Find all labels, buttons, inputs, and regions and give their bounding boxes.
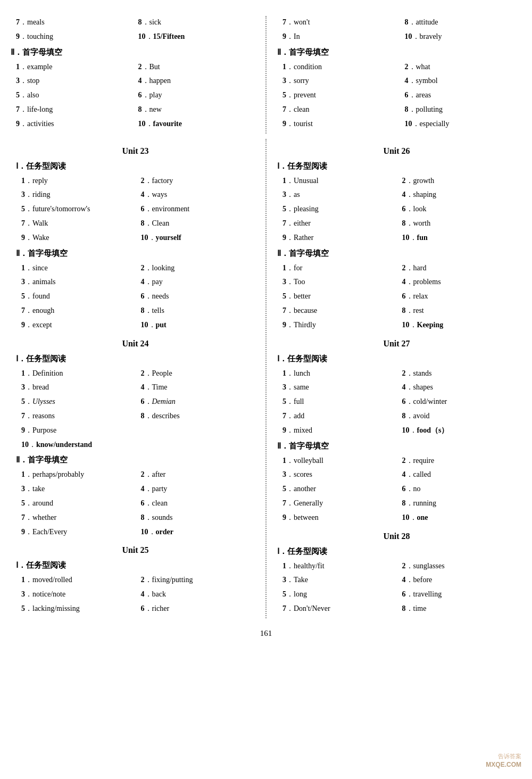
answer-item: 4．happen xyxy=(138,74,255,87)
answer-item: 10．favourite xyxy=(138,118,255,130)
answer-item: 7．Walk xyxy=(21,217,136,230)
answer-item: 4．before xyxy=(402,574,517,586)
answer-item: 10．order xyxy=(141,526,255,538)
answer-item: 9．Rather xyxy=(282,231,397,244)
answer-item: 7．add xyxy=(282,410,397,422)
answer-item: 6．richer xyxy=(141,602,255,615)
answer-item: 1．since xyxy=(21,262,136,275)
answer-item: 3．as xyxy=(282,188,397,201)
answer-item: 6．Demian xyxy=(141,395,255,408)
answer-item: 5．full xyxy=(282,395,397,408)
answer-item: 2．People xyxy=(141,367,255,380)
answer-item: 9．except xyxy=(21,319,136,332)
answer-item: 10．bravely xyxy=(405,30,522,43)
answer-item: 9．activities xyxy=(16,118,133,130)
answer-item: 8．time xyxy=(402,602,517,615)
answer-item: 7．Don't/Never xyxy=(282,602,397,615)
section-title: Ⅱ．首字母填空 xyxy=(11,47,255,57)
answer-item: 2．But xyxy=(138,61,255,73)
answer-item: 8．attitude xyxy=(405,16,522,29)
unit26-title: Unit 26 xyxy=(277,146,516,156)
answer-item: 10．15/Fifteen xyxy=(138,30,255,43)
top-continuation: 7．meals 8．sick 9．touching 10．15/Fifteen … xyxy=(11,16,521,134)
answer-item: 6．areas xyxy=(405,89,522,102)
answer-item: 5．around xyxy=(21,497,136,510)
unit27-section1-grid: 1．lunch 2．stands 3．same 4．shapes 5．full … xyxy=(282,367,516,437)
answer-item: 7．life-long xyxy=(16,103,133,116)
answer-item: 9．Purpose xyxy=(21,424,136,437)
answer-item: 6．cold/winter xyxy=(402,395,517,408)
answer-item: 9．mixed xyxy=(282,424,397,437)
unit28-title: Unit 28 xyxy=(277,532,516,541)
answer-item: 3．animals xyxy=(21,276,136,288)
answer-item: 9．Each/Every xyxy=(21,526,136,538)
answer-item: 7．won't xyxy=(282,16,400,29)
answer-item: 4．Time xyxy=(141,381,255,394)
answer-item: 10．know/understand xyxy=(21,438,255,451)
answer-item: 3．take xyxy=(21,483,136,495)
unit27-section2-grid: 1．volleyball 2．require 3．scores 4．called… xyxy=(282,454,516,524)
answer-item: 2．sunglasses xyxy=(402,560,517,573)
watermark-logo: 告诉答案 xyxy=(498,752,521,760)
answer-item: 4．problems xyxy=(402,276,517,288)
answer-item: 9．touching xyxy=(16,30,133,43)
answer-item: 8．avoid xyxy=(402,410,517,422)
answer-item: 4．shaping xyxy=(402,188,517,201)
unit27-title: Unit 27 xyxy=(277,339,516,349)
answer-item: 2．factory xyxy=(141,175,255,187)
unit24-section2-grid: 1．perhaps/probably 2．after 3．take 4．part… xyxy=(21,468,255,538)
answer-item: 4．symbol xyxy=(405,74,522,87)
unit26-section2-grid: 1．for 2．hard 3．Too 4．problems 5．better 6… xyxy=(282,262,516,332)
answer-item: 6．environment xyxy=(141,203,255,216)
unit27-section1-title: Ⅰ．任务型阅读 xyxy=(277,354,516,364)
answer-item: 1．perhaps/probably xyxy=(21,468,136,481)
watermark-mxqe: MXQE.COM xyxy=(486,761,521,768)
answer-item: 7．whether xyxy=(21,511,136,524)
answer-item: 5．pleasing xyxy=(282,203,397,216)
answer-item: 5．prevent xyxy=(282,89,400,102)
answer-item: 1．Definition xyxy=(21,367,136,380)
unit25-section1-grid: 1．moved/rolled 2．fixing/putting 3．notice… xyxy=(21,574,255,615)
answer-item: 2．growth xyxy=(402,175,517,187)
answer-item: 9．Thirdly xyxy=(282,319,397,332)
answer-item: 2．after xyxy=(141,468,255,481)
answer-item: 3．notice/note xyxy=(21,588,136,601)
answer-item: 8．polluting xyxy=(405,103,522,116)
answer-item: 5．found xyxy=(21,290,136,303)
answer-item: 10．food（s） xyxy=(402,424,517,437)
answer-item: 5．another xyxy=(282,483,397,495)
answer-item: 7．reasons xyxy=(21,410,136,422)
answer-item: 6．no xyxy=(402,483,517,495)
answer-item: 1．moved/rolled xyxy=(21,574,136,586)
answer-item: 4．called xyxy=(402,468,517,481)
answer-item: 1．healthy/fit xyxy=(282,560,397,573)
right-column: Unit 26 Ⅰ．任务型阅读 1．Unusual 2．growth 3．as … xyxy=(267,139,521,618)
main-columns: Unit 23 Ⅰ．任务型阅读 1．reply 2．factory 3．ridi… xyxy=(11,139,521,618)
answer-item: 9．tourist xyxy=(282,118,400,130)
answer-item: 8．sick xyxy=(138,16,255,29)
answer-item: 4．back xyxy=(141,588,255,601)
answer-item: 3．Take xyxy=(282,574,397,586)
answer-item: 1．Unusual xyxy=(282,175,397,187)
answer-item: 10．put xyxy=(141,319,255,332)
answer-item: 8．sounds xyxy=(141,511,255,524)
answer-item: 2．fixing/putting xyxy=(141,574,255,586)
unit28-section1-grid: 1．healthy/fit 2．sunglasses 3．Take 4．befo… xyxy=(282,560,516,615)
unit24-section1-title: Ⅰ．任务型阅读 xyxy=(16,354,255,364)
top-right-section2-grid: 1．condition 2．what 3．sorry 4．symbol 5．pr… xyxy=(282,61,521,130)
answer-item: 8．tells xyxy=(141,304,255,317)
unit27-section2-title: Ⅱ．首字母填空 xyxy=(277,441,516,451)
unit26-section1-title: Ⅰ．任务型阅读 xyxy=(277,161,516,171)
answer-item: 5．future's/tomorrow's xyxy=(21,203,136,216)
answer-item: 1．example xyxy=(16,61,133,73)
unit28-section1-title: Ⅰ．任务型阅读 xyxy=(277,546,516,557)
answer-item: 3．sorry xyxy=(282,74,400,87)
answer-item: 1．lunch xyxy=(282,367,397,380)
answer-item: 4．pay xyxy=(141,276,255,288)
answer-item: 2．hard xyxy=(402,262,517,275)
answer-item: 3．stop xyxy=(16,74,133,87)
answer-item: 8．new xyxy=(138,103,255,116)
section-title: Ⅱ．首字母填空 xyxy=(277,47,521,57)
answer-item: 9．Wake xyxy=(21,231,136,244)
answer-item: 5．Ulysses xyxy=(21,395,136,408)
